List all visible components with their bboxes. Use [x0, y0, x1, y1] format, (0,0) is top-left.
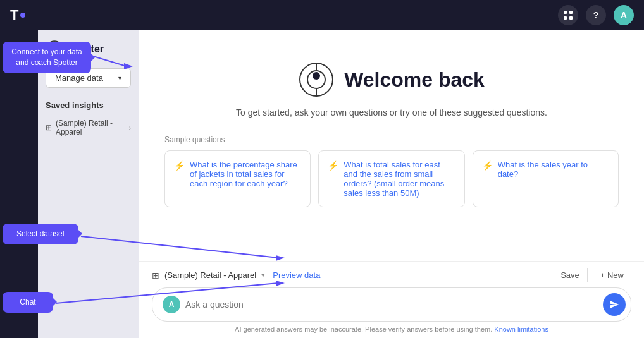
welcome-logo-title: Welcome back — [299, 62, 485, 97]
send-button[interactable] — [603, 293, 626, 316]
welcome-title: Welcome back — [344, 68, 485, 92]
tooltip-select: Select dataset — [3, 224, 78, 244]
lightning-icon-2: ⚡ — [328, 160, 338, 171]
chevron-down-icon: ▾ — [118, 75, 121, 81]
sample-card-1[interactable]: ⚡ What is the percentage share of jacket… — [164, 150, 311, 207]
table-icon: ⊞ — [46, 123, 52, 132]
sample-card-2[interactable]: ⚡ What is total sales for east and the s… — [318, 150, 464, 207]
svg-point-9 — [313, 72, 320, 80]
tooltip-chat: Chat — [3, 292, 53, 313]
sample-card-3[interactable]: ⚡ What is the sales year to date? — [473, 150, 619, 207]
svg-rect-0 — [564, 11, 567, 14]
sample-card-text-2: What is total sales for east and the sal… — [344, 160, 455, 198]
save-button[interactable]: Save — [553, 268, 588, 282]
manage-data-label: Manage data — [55, 73, 103, 83]
sample-cards: ⚡ What is the percentage share of jacket… — [164, 150, 619, 207]
insight-item[interactable]: ⊞ (Sample) Retail - Apparel › — [46, 116, 131, 139]
disclaimer: AI generated answers may be inaccurate. … — [152, 325, 631, 333]
logo-dot — [20, 13, 25, 18]
send-icon — [609, 299, 619, 310]
user-avatar[interactable]: A — [614, 5, 634, 25]
svg-rect-1 — [569, 11, 573, 14]
chat-avatar: A — [163, 296, 180, 313]
topbar-right: ? A — [558, 5, 634, 25]
sample-card-text-1: What is the percentage share of jackets … — [190, 160, 301, 188]
insight-item-label: (Sample) Retail - Apparel — [56, 119, 125, 136]
logo-text: T — [10, 7, 19, 23]
svg-rect-2 — [564, 16, 567, 20]
chat-input-row: A — [152, 287, 631, 322]
dataset-selector-row: ⊞ (Sample) Retail - Apparel ▾ Preview da… — [152, 268, 631, 282]
saved-insights-label: Saved insights — [46, 100, 131, 110]
sample-questions-section: Sample questions ⚡ What is the percentag… — [139, 135, 644, 207]
svg-rect-3 — [569, 16, 573, 20]
welcome-spotter-icon — [299, 62, 334, 97]
help-icon-button[interactable]: ? — [586, 5, 606, 25]
disclaimer-text: AI generated answers may be inaccurate. … — [235, 325, 492, 333]
new-button[interactable]: + New — [593, 268, 631, 282]
dataset-table-icon: ⊞ — [152, 270, 159, 281]
sample-card-text-3: What is the sales year to date? — [498, 160, 609, 179]
welcome-subtitle: To get started, ask your own questions o… — [236, 107, 547, 118]
sample-label: Sample questions — [164, 135, 619, 144]
preview-data-button[interactable]: Preview data — [273, 270, 320, 280]
chat-input[interactable] — [185, 299, 598, 310]
chat-bar-container: ⊞ (Sample) Retail - Apparel ▾ Preview da… — [139, 261, 644, 338]
grid-icon — [563, 10, 573, 20]
tooltip-connect: Connect to your data and coach Spotter — [3, 42, 91, 73]
grid-icon-button[interactable] — [558, 5, 578, 25]
sidebar-panel: Spotter Manage data ▾ Saved insights ⊞ (… — [38, 30, 139, 338]
lightning-icon-1: ⚡ — [174, 160, 185, 171]
topbar: T ? A — [0, 0, 644, 30]
dataset-name[interactable]: (Sample) Retail - Apparel — [164, 270, 256, 280]
welcome-section: Welcome back To get started, ask your ow… — [139, 30, 644, 207]
lightning-icon-3: ⚡ — [482, 160, 493, 171]
insight-chevron-right-icon: › — [129, 124, 131, 131]
dataset-chevron-icon[interactable]: ▾ — [261, 271, 265, 279]
question-mark-icon: ? — [593, 10, 599, 20]
topbar-logo: T — [10, 7, 25, 23]
known-limitations-link[interactable]: Known limitations — [494, 325, 548, 333]
